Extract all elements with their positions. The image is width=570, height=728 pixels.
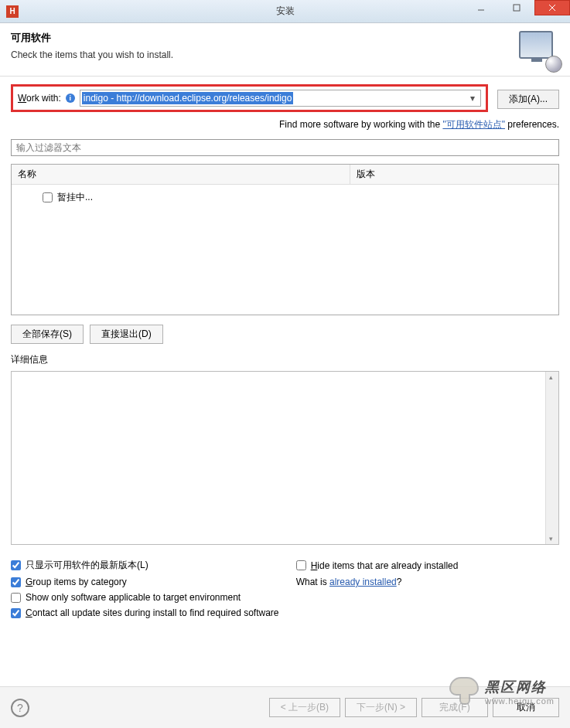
work-with-highlight: Work with: i indigo - http://download.ec… (11, 84, 488, 112)
app-icon: H (6, 5, 19, 18)
tree-item-checkbox[interactable] (43, 192, 53, 202)
svg-rect-1 (514, 5, 520, 11)
target-env-label: Show only software applicable to target … (26, 592, 241, 603)
already-installed-link[interactable]: already installed (329, 577, 397, 587)
target-env-checkbox[interactable] (11, 593, 21, 603)
group-by-category-checkbox[interactable] (11, 577, 21, 587)
cancel-button[interactable]: 取消 (493, 698, 559, 717)
minimize-button[interactable] (463, 0, 499, 15)
sites-hint: Find more software by working with the "… (11, 118, 559, 131)
select-all-button[interactable]: 全部保存(S) (11, 325, 84, 344)
details-textarea[interactable] (11, 371, 559, 545)
hide-installed-label: HHide items that are already installedid… (311, 560, 459, 571)
available-sites-link[interactable]: "可用软件站点" (442, 119, 505, 130)
contact-sites-label: Contact all update sites during install … (26, 607, 279, 618)
maximize-button[interactable] (499, 0, 534, 15)
finish-button[interactable]: 完成(F) (422, 698, 488, 717)
next-button[interactable]: 下一步(N) > (345, 698, 417, 717)
tree-header: 名称 版本 (12, 165, 558, 185)
details-label: 详细信息 (11, 353, 559, 366)
work-with-label: Work with: (18, 93, 61, 104)
wizard-footer: ? < 上一步(B) 下一步(N) > 完成(F) 取消 (0, 686, 570, 728)
wizard-header: 可用软件 Check the items that you wish to in… (0, 23, 570, 77)
column-version[interactable]: 版本 (350, 165, 558, 184)
software-tree[interactable]: 名称 版本 暂挂中... (11, 164, 559, 315)
latest-only-checkbox[interactable] (11, 560, 21, 570)
tree-item-pending[interactable]: 暂挂中... (19, 189, 551, 206)
header-title: 可用软件 (11, 31, 173, 45)
contact-sites-checkbox[interactable] (11, 608, 21, 618)
header-subtitle: Check the items that you wish to install… (11, 49, 173, 60)
close-button[interactable] (534, 0, 570, 15)
window-title: 安装 (276, 5, 295, 18)
options-panel: 只显示可用软件的最新版本(L) HHide items that are alr… (11, 559, 559, 618)
scrollbar[interactable] (545, 372, 558, 544)
title-bar: H 安装 (0, 0, 570, 23)
hide-installed-checkbox[interactable] (296, 560, 306, 570)
filter-input[interactable] (11, 139, 559, 156)
chevron-down-icon[interactable]: ▾ (466, 93, 479, 104)
work-with-value: indigo - http://download.eclipse.org/rel… (82, 92, 294, 104)
group-by-category-label: Group items by category (26, 577, 127, 587)
tree-item-label: 暂挂中... (57, 191, 93, 204)
help-icon[interactable]: ? (11, 699, 29, 717)
info-icon: i (66, 94, 75, 103)
deselect-all-button[interactable]: 直接退出(D) (90, 325, 163, 344)
work-with-combo[interactable]: indigo - http://download.eclipse.org/rel… (80, 90, 481, 107)
back-button[interactable]: < 上一步(B) (269, 698, 340, 717)
add-site-button[interactable]: 添加(A)... (497, 90, 559, 109)
what-is-label: What is already installed? (296, 577, 402, 587)
latest-only-label: 只显示可用软件的最新版本(L) (26, 559, 148, 572)
install-icon (519, 31, 559, 68)
column-name[interactable]: 名称 (12, 165, 350, 184)
